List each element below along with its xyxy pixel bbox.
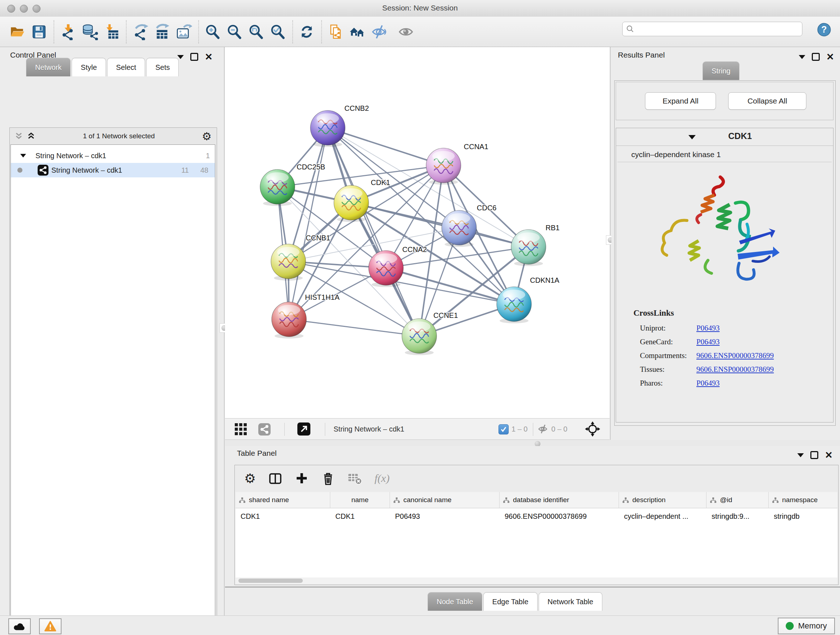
column-header-namespace[interactable]: namespace [769, 492, 837, 508]
tab-select[interactable]: Select [107, 58, 145, 76]
export-network-button[interactable] [132, 23, 149, 41]
help-button[interactable]: ? [816, 22, 832, 38]
function-builder-icon: f(x) [374, 472, 390, 485]
zoom-out-button[interactable] [226, 23, 243, 41]
collapse-all-button[interactable]: Collapse All [728, 92, 806, 110]
crosslink-row: Uniprot:P06493 [640, 324, 828, 333]
horizontal-splitter[interactable] [225, 440, 840, 446]
expand-all-chevron-icon[interactable] [27, 131, 36, 141]
network-node-count: 11 [181, 166, 189, 174]
open-in-browser-button[interactable] [297, 423, 310, 435]
import-network-database-button[interactable] [81, 23, 98, 41]
tab-style[interactable]: Style [72, 58, 106, 76]
table-header-row: shared namenamecanonical namedatabase id… [235, 492, 837, 508]
crosslink-link[interactable]: P06493 [696, 379, 720, 388]
maximize-panel-icon[interactable] [812, 53, 820, 61]
column-header-shared-name[interactable]: shared name [235, 492, 330, 508]
float-panel-icon[interactable] [799, 55, 805, 59]
crosslink-link[interactable]: P06493 [696, 324, 720, 333]
node-label-CDK1: CDK1 [371, 179, 390, 187]
birdseye-view-button[interactable] [235, 423, 247, 435]
toolbar-separator [325, 423, 325, 436]
tab-network-table[interactable]: Network Table [538, 592, 602, 611]
save-session-button[interactable] [30, 23, 48, 41]
export-table-button[interactable] [153, 23, 171, 41]
scrollbar-thumb[interactable] [238, 578, 303, 583]
string-style-button[interactable] [258, 423, 271, 435]
edge-CDK1-RB1[interactable] [351, 203, 529, 247]
toolbar-separator [533, 423, 533, 436]
network-row-selected[interactable]: String Network – cdk1 11 48 [11, 163, 215, 177]
tab-node-table[interactable]: Node Table [428, 592, 482, 611]
crosslink-link[interactable]: 9606.ENSP00000378699 [696, 365, 774, 374]
network-label: String Network – cdk1 [51, 166, 122, 174]
show-hidden-button[interactable] [397, 23, 415, 41]
column-header-description[interactable]: description [619, 492, 706, 508]
column-header-name[interactable]: name [330, 492, 390, 508]
close-panel-icon[interactable]: ✕ [205, 53, 213, 61]
tab-edge-table[interactable]: Edge Table [483, 592, 538, 611]
crosslink-link[interactable]: P06493 [696, 337, 720, 347]
memory-button[interactable]: Memory [778, 618, 835, 634]
network-collection-row[interactable]: String Network – cdk1 1 [11, 149, 215, 163]
column-header-canonical-name[interactable]: canonical name [390, 492, 500, 508]
collection-expander-icon[interactable] [20, 154, 26, 157]
edge-CCNB2-CCNE1[interactable] [328, 128, 419, 336]
expand-all-button[interactable]: Expand All [645, 92, 716, 110]
warnings-button[interactable] [39, 618, 62, 634]
toolbar-search[interactable] [622, 22, 802, 36]
toolbar-separator [126, 20, 126, 43]
clone-network-button[interactable] [327, 23, 344, 41]
float-panel-icon[interactable] [797, 453, 804, 457]
column-header-@id[interactable]: @id [706, 492, 769, 508]
zoom-in-button[interactable] [204, 23, 221, 41]
horizontal-scrollbar[interactable] [235, 578, 837, 584]
table-row[interactable]: CDK1CDK1P064939606.ENSP00000378699cyclin… [235, 508, 837, 524]
toolbar-separator [284, 423, 285, 436]
table-panel: Table Panel ✕ ⚙ f(x) shared namenamecano… [225, 446, 840, 616]
edge-HIST1H1A-CCNE1[interactable] [289, 319, 419, 336]
edge-CCNB2-HIST1H1A[interactable] [289, 128, 328, 319]
fit-selected-button[interactable] [584, 421, 600, 437]
tab-string[interactable]: String [703, 62, 739, 80]
crosslink-label: Pharos: [640, 379, 696, 388]
add-column-icon[interactable] [295, 471, 309, 485]
tab-network[interactable]: Network [26, 58, 71, 76]
maximize-panel-icon[interactable] [190, 53, 198, 61]
close-panel-icon[interactable]: ✕ [825, 451, 833, 459]
column-header-database-identifier[interactable]: database identifier [500, 492, 619, 508]
network-graph[interactable]: CCNB2CCNA1CDC25BCDK1CDC6RB1CCNB1CCNA2CDK… [225, 47, 609, 418]
open-session-button[interactable] [9, 23, 26, 41]
tab-sets[interactable]: Sets [146, 58, 179, 76]
crosslink-link[interactable]: 9606.ENSP00000378699 [696, 351, 774, 360]
cloud-status-button[interactable] [8, 618, 31, 634]
collection-count: 1 [206, 152, 210, 160]
collapse-section-icon[interactable] [688, 135, 696, 139]
apply-layout-button[interactable] [298, 23, 316, 41]
gear-icon[interactable]: ⚙ [202, 130, 212, 143]
selected-checkbox[interactable] [499, 424, 508, 434]
network-view-canvas[interactable]: CCNB2CCNA1CDC25BCDK1CDC6RB1CCNB1CCNA2CDK… [225, 47, 609, 418]
delete-trash-icon[interactable] [321, 471, 335, 486]
hide-selected-button[interactable] [370, 23, 388, 41]
import-table-button[interactable] [103, 23, 120, 41]
table-settings-gear-icon[interactable]: ⚙ [244, 471, 256, 486]
close-panel-icon[interactable]: ✕ [826, 53, 834, 61]
hidden-items-icon [538, 424, 548, 434]
show-columns-icon[interactable] [268, 471, 283, 486]
crosslink-row: Pharos:P06493 [640, 379, 828, 388]
collapse-all-chevron-icon[interactable] [14, 131, 24, 141]
export-image-button[interactable] [175, 23, 193, 41]
protein-card-header[interactable]: CDK1 [616, 128, 833, 146]
show-all-networks-button[interactable] [349, 23, 366, 41]
column-label: description [632, 496, 666, 504]
crosslink-label: Uniprot: [640, 324, 696, 333]
zoom-selected-button[interactable] [269, 23, 286, 41]
search-input[interactable] [637, 25, 802, 33]
maximize-panel-icon[interactable] [810, 451, 818, 459]
import-network-file-button[interactable] [59, 23, 77, 41]
edge-CCNB2-CCNA1[interactable] [328, 128, 444, 165]
export-image-icon [175, 24, 192, 40]
table-cell: CDK1 [235, 508, 330, 524]
zoom-fit-button[interactable] [248, 23, 265, 41]
